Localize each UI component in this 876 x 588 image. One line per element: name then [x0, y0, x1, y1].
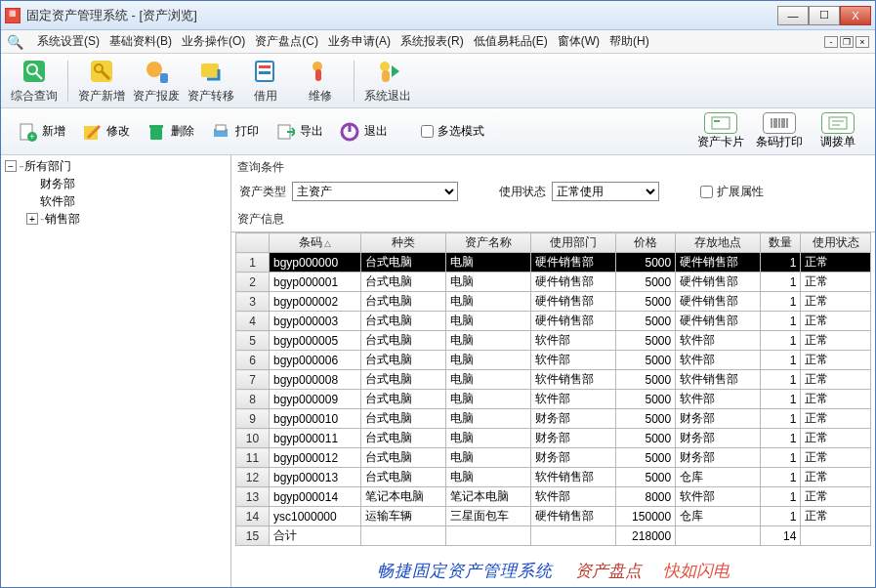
tree-expand-icon[interactable]: + [26, 213, 38, 225]
type-label: 资产类型 [239, 184, 286, 200]
power-icon [339, 121, 360, 143]
btn-barcode-print[interactable]: 条码打印 [752, 112, 807, 150]
menu-report[interactable]: 系统报表(R) [400, 33, 464, 50]
asset-type-select[interactable]: 主资产 [292, 182, 458, 201]
print-icon [210, 121, 231, 143]
mdi-close-icon[interactable]: × [855, 36, 869, 48]
table-row[interactable]: 15合计21800014 [236, 526, 871, 546]
col-header[interactable]: 价格 [615, 233, 676, 253]
table-row[interactable]: 6bgyp000006台式电脑电脑软件部5000软件部1正常 [236, 351, 871, 370]
query-section-title: 查询条件 [231, 155, 875, 180]
menu-apply[interactable]: 业务申请(A) [328, 33, 391, 50]
status-label: 使用状态 [499, 184, 546, 200]
exit-icon [373, 57, 402, 86]
svg-rect-20 [150, 128, 162, 140]
col-header[interactable]: 存放地点 [676, 233, 761, 253]
window-controls: — ☐ X [777, 6, 871, 25]
tree-node-finance[interactable]: 财务部 [40, 176, 75, 192]
borrow-icon [251, 57, 280, 86]
tb-add[interactable]: 资产新增 [74, 55, 129, 106]
mdi-restore-icon[interactable]: ❐ [840, 36, 854, 48]
tree-collapse-icon[interactable]: − [5, 160, 17, 172]
table-row[interactable]: 4bgyp000003台式电脑电脑硬件销售部5000硬件销售部1正常 [236, 312, 871, 331]
grid-wrapper[interactable]: 条码 △种类资产名称使用部门价格存放地点数量使用状态 1bgyp000000台式… [231, 231, 875, 587]
svg-rect-15 [382, 70, 390, 82]
trash-icon [146, 121, 167, 143]
table-row[interactable]: 1bgyp000000台式电脑电脑硬件销售部5000硬件销售部1正常 [236, 253, 871, 273]
table-row[interactable]: 11bgyp000012台式电脑电脑财务部5000财务部1正常 [236, 448, 871, 468]
svg-rect-7 [160, 73, 168, 83]
export-icon [274, 121, 296, 143]
table-row[interactable]: 2bgyp000001台式电脑电脑硬件销售部5000硬件销售部1正常 [236, 273, 871, 292]
minimize-button[interactable]: — [777, 6, 809, 25]
sub-toolbar: +新增 修改 删除 打印 导出 退出 多选模式 资产卡片 条码打印 调拨单 [1, 108, 875, 155]
col-rownum[interactable] [236, 233, 270, 253]
btn-edit[interactable]: 修改 [75, 119, 136, 145]
asset-grid: 条码 △种类资产名称使用部门价格存放地点数量使用状态 1bgyp000000台式… [235, 232, 871, 546]
tb-borrow[interactable]: 借用 [238, 55, 293, 106]
grid-section-title: 资产信息 [231, 207, 875, 231]
svg-rect-13 [315, 69, 321, 81]
table-row[interactable]: 7bgyp000008台式电脑电脑软件销售部5000软件销售部1正常 [236, 370, 871, 390]
tb-exit[interactable]: 系统退出 [360, 55, 415, 106]
svg-rect-11 [259, 71, 271, 74]
btn-asset-card[interactable]: 资产卡片 [693, 112, 748, 150]
svg-rect-36 [829, 117, 847, 129]
maximize-button[interactable]: ☐ [809, 6, 840, 25]
new-doc-icon: + [17, 121, 38, 143]
search-icon[interactable]: 🔍 [7, 34, 23, 50]
svg-point-6 [146, 62, 162, 77]
svg-rect-8 [201, 63, 219, 77]
close-button[interactable]: X [840, 6, 871, 25]
svg-rect-10 [259, 65, 271, 68]
table-row[interactable]: 13bgyp000014笔记本电脑笔记本电脑软件部8000软件部1正常 [236, 487, 871, 507]
titlebar: ▦ 固定资产管理系统 - [资产浏览] — ☐ X [1, 1, 875, 30]
table-row[interactable]: 9bgyp000010台式电脑电脑财务部5000财务部1正常 [236, 409, 871, 429]
btn-print[interactable]: 打印 [204, 119, 265, 145]
tree-node-software[interactable]: 软件部 [40, 193, 75, 210]
search-green-icon [20, 57, 49, 86]
status-select[interactable]: 正常使用 [552, 182, 659, 201]
tb-query[interactable]: 综合查询 [7, 55, 62, 106]
app-window: ▦ 固定资产管理系统 - [资产浏览] — ☐ X 🔍 系统设置(S) 基础资料… [0, 0, 876, 588]
menu-audit[interactable]: 资产盘点(C) [255, 33, 318, 50]
table-row[interactable]: 3bgyp000002台式电脑电脑硬件销售部5000硬件销售部1正常 [236, 292, 871, 312]
tb-repair[interactable]: 维修 [293, 55, 348, 106]
svg-point-14 [380, 62, 390, 71]
menu-window[interactable]: 窗体(W) [558, 33, 600, 50]
btn-quit[interactable]: 退出 [333, 119, 394, 145]
transfer-icon [196, 57, 226, 86]
ext-attr-checkbox[interactable]: 扩展属性 [700, 184, 764, 200]
main-panel: 查询条件 资产类型 主资产 使用状态 正常使用 扩展属性 资产信息 条码 △种类… [231, 155, 875, 587]
btn-export[interactable]: 导出 [269, 119, 329, 145]
menu-system[interactable]: 系统设置(S) [37, 33, 100, 50]
menu-help[interactable]: 帮助(H) [609, 33, 649, 50]
btn-transfer-order[interactable]: 调拨单 [811, 112, 865, 150]
barcode-icon [763, 112, 796, 134]
col-header[interactable]: 数量 [760, 233, 800, 253]
table-row[interactable]: 8bgyp000009台式电脑电脑软件部5000软件部1正常 [236, 390, 871, 409]
mdi-min-icon[interactable]: - [824, 36, 838, 48]
col-header[interactable]: 条码 △ [270, 233, 361, 253]
col-header[interactable]: 使用部门 [530, 233, 615, 253]
menu-operate[interactable]: 业务操作(O) [182, 33, 245, 50]
col-header[interactable]: 种类 [361, 233, 446, 253]
menu-basic[interactable]: 基础资料(B) [109, 33, 172, 50]
multi-select-checkbox[interactable]: 多选模式 [421, 123, 484, 140]
grid-header-row: 条码 △种类资产名称使用部门价格存放地点数量使用状态 [236, 233, 871, 253]
window-title: 固定资产管理系统 - [资产浏览] [26, 7, 777, 24]
menu-lowvalue[interactable]: 低值易耗品(E) [474, 33, 548, 50]
svg-rect-23 [216, 125, 226, 131]
table-row[interactable]: 12bgyp000013台式电脑电脑软件销售部5000仓库1正常 [236, 468, 871, 487]
table-row[interactable]: 14ysc1000000运输车辆三星面包车硬件销售部150000仓库1正常 [236, 507, 871, 526]
tree-node-sales[interactable]: 销售部 [45, 211, 80, 228]
tb-discard[interactable]: 资产报废 [129, 55, 184, 106]
col-header[interactable]: 资产名称 [446, 233, 531, 253]
tb-transfer[interactable]: 资产转移 [184, 55, 238, 106]
tree-root[interactable]: 所有部门 [24, 158, 71, 175]
table-row[interactable]: 5bgyp000005台式电脑电脑软件部5000软件部1正常 [236, 331, 871, 351]
btn-delete[interactable]: 删除 [140, 119, 200, 145]
col-header[interactable]: 使用状态 [801, 233, 871, 253]
btn-new[interactable]: +新增 [11, 119, 71, 145]
table-row[interactable]: 10bgyp000011台式电脑电脑财务部5000财务部1正常 [236, 429, 871, 448]
